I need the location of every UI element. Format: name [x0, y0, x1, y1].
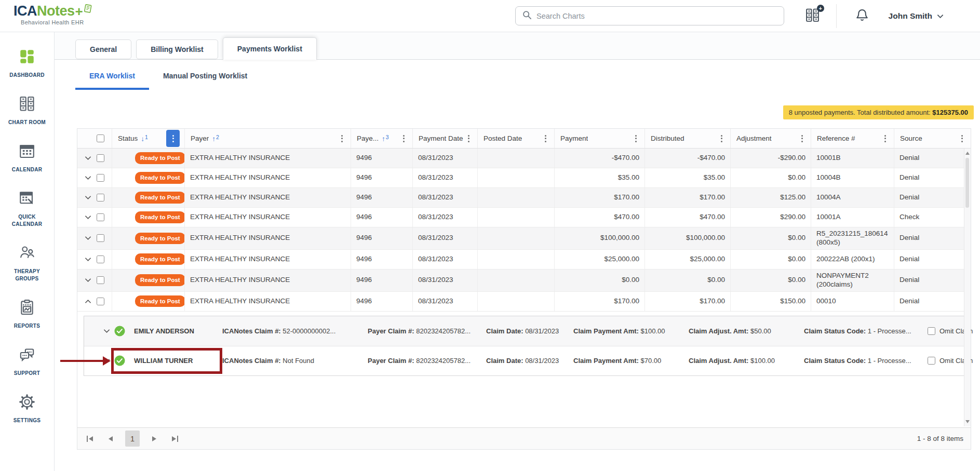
- expand-row-chevron[interactable]: [85, 215, 91, 220]
- search-bar[interactable]: [515, 6, 784, 25]
- expand-claim-chevron[interactable]: [99, 329, 114, 333]
- column-menu-button[interactable]: [798, 131, 806, 146]
- status-cell: Ready to Post: [112, 208, 184, 227]
- sidebar-item-quick-calendar[interactable]: QUICK CALENDAR: [3, 190, 51, 228]
- scroll-thumb[interactable]: [965, 158, 969, 208]
- adjustment-cell: $125.00: [730, 188, 811, 207]
- column-menu-button[interactable]: [881, 131, 889, 146]
- last-page-button[interactable]: [169, 433, 181, 445]
- row-controls-cell: [77, 270, 112, 291]
- icanotes-claim-field: ICANotes Claim #: Not Found: [222, 357, 368, 365]
- claim-payment-amt-field: Claim Payment Amt: $70.00: [573, 357, 689, 365]
- column-menu-button[interactable]: [399, 131, 408, 146]
- sidebar-item-reports[interactable]: REPORTS: [3, 299, 51, 330]
- sidebar-item-settings[interactable]: SETTINGS: [3, 393, 51, 424]
- payer-number-cell: 9496: [351, 188, 412, 207]
- sidebar-item-calendar[interactable]: CALENDAR: [3, 142, 51, 173]
- patient-name: WILLIAM TURNER: [134, 357, 222, 365]
- column-menu-button[interactable]: [464, 131, 473, 146]
- row-checkbox[interactable]: [97, 255, 104, 263]
- column-label: Adjustment: [736, 134, 772, 142]
- logo-notes-text: Notes: [37, 4, 75, 18]
- distributed-cell: $170.00: [645, 188, 730, 207]
- payer-cell: EXTRA HEALTHY INSURANCE: [184, 250, 351, 269]
- column-menu-button[interactable]: [958, 131, 966, 146]
- scroll-up-button[interactable]: [964, 150, 971, 157]
- next-page-button[interactable]: [148, 433, 160, 445]
- user-menu[interactable]: John Smith: [889, 11, 944, 21]
- expand-row-chevron[interactable]: [85, 156, 91, 160]
- logo-tagline: Behavioral Health EHR: [14, 19, 93, 25]
- row-checkbox[interactable]: [97, 174, 104, 182]
- current-page-button[interactable]: 1: [125, 430, 140, 447]
- subtab-era-worklist[interactable]: ERA Worklist: [75, 60, 149, 90]
- column-menu-button[interactable]: [717, 131, 726, 146]
- settings-icon: [18, 393, 36, 413]
- column-header-payment[interactable]: Payment: [554, 129, 645, 148]
- reference-cell: 10004B: [811, 168, 894, 187]
- vertical-scrollbar[interactable]: [964, 149, 971, 426]
- payment-cell: $470.00: [554, 208, 645, 227]
- tab-payments-worklist[interactable]: Payments Worklist: [223, 37, 317, 60]
- column-header-reference[interactable]: Reference #: [811, 129, 894, 148]
- omit-claim-checkbox[interactable]: [928, 327, 935, 335]
- posted-date-cell: [477, 250, 554, 269]
- expand-claim-chevron[interactable]: [99, 358, 114, 363]
- expand-row-chevron[interactable]: [85, 176, 91, 180]
- row-checkbox[interactable]: [97, 234, 104, 242]
- column-header-payment-date[interactable]: Payment Date: [412, 129, 477, 148]
- column-header-distributed[interactable]: Distributed: [645, 129, 730, 148]
- notifications-button[interactable]: [854, 8, 870, 25]
- chart-quick-access-button[interactable]: +: [804, 7, 821, 25]
- sidebar-item-chart-room[interactable]: CHART ROOM: [3, 95, 51, 126]
- column-header-payer[interactable]: Payer↑2: [184, 129, 351, 148]
- claim-status-code-field: Claim Status Code: 1 - Processe...: [804, 357, 928, 365]
- payment-cell: $0.00: [554, 270, 645, 291]
- claim-row: WILLIAM TURNERICANotes Claim #: Not Foun…: [84, 346, 964, 375]
- previous-page-button[interactable]: [104, 433, 117, 445]
- column-menu-button[interactable]: [166, 130, 180, 147]
- expand-row-chevron[interactable]: [85, 278, 91, 282]
- omit-claim-checkbox[interactable]: [928, 357, 935, 365]
- first-page-button[interactable]: [84, 433, 96, 445]
- sidebar-item-support[interactable]: SUPPORT: [3, 346, 51, 377]
- column-header-paye[interactable]: Paye...↑3: [351, 129, 412, 148]
- sidebar-item-label: DASHBOARD: [3, 72, 51, 79]
- column-menu-button[interactable]: [632, 131, 640, 146]
- column-header-posted-date[interactable]: Posted Date: [477, 129, 554, 148]
- tab-billing-worklist[interactable]: Billing Worklist: [136, 39, 218, 59]
- expand-row-chevron[interactable]: [85, 257, 91, 262]
- app-logo[interactable]: ICANotes+ Behavioral Health EHR: [14, 4, 93, 25]
- expand-row-chevron[interactable]: [85, 195, 91, 200]
- status-badge: Ready to Post: [135, 211, 184, 223]
- search-input[interactable]: [536, 12, 777, 20]
- status-cell: Ready to Post: [112, 292, 184, 311]
- column-menu-button[interactable]: [541, 131, 549, 146]
- subtab-manual-posting-worklist[interactable]: Manual Posting Worklist: [149, 60, 261, 90]
- collapse-row-chevron[interactable]: [85, 299, 91, 304]
- tab-general[interactable]: General: [75, 39, 131, 59]
- row-checkbox[interactable]: [97, 276, 104, 284]
- scroll-down-button[interactable]: [964, 418, 971, 425]
- top-header: ICANotes+ Behavioral Health EHR +: [0, 0, 980, 32]
- row-checkbox[interactable]: [97, 213, 104, 221]
- column-header-adjustment[interactable]: Adjustment: [730, 129, 811, 148]
- banner-amount: $125375.00: [932, 109, 968, 116]
- column-label: Status: [118, 134, 138, 142]
- sidebar-item-therapy-groups[interactable]: THERAPY GROUPS: [3, 244, 51, 282]
- row-checkbox[interactable]: [97, 298, 104, 305]
- payer-number-cell: 9496: [351, 168, 412, 187]
- column-menu-button[interactable]: [338, 131, 346, 146]
- claim-date-field: Claim Date: 08/31/2023: [486, 327, 573, 335]
- select-all-checkbox[interactable]: [97, 134, 104, 142]
- status-cell: Ready to Post: [112, 168, 184, 187]
- sidebar-item-dashboard[interactable]: DASHBOARD: [3, 48, 51, 79]
- column-header-status[interactable]: Status↓1: [112, 129, 184, 148]
- row-checkbox[interactable]: [97, 154, 104, 162]
- payer-cell: EXTRA HEALTHY INSURANCE: [184, 208, 351, 227]
- expand-row-chevron[interactable]: [85, 236, 91, 240]
- row-checkbox[interactable]: [97, 194, 104, 201]
- column-label: Payer: [191, 134, 209, 142]
- column-header-source[interactable]: Source: [894, 129, 971, 148]
- payment-date-cell: 08/31/2023: [412, 250, 477, 269]
